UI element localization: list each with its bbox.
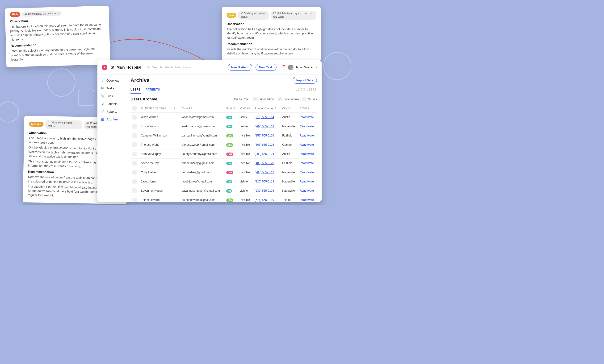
notification-bell-icon[interactable] [280, 65, 285, 70]
chevron-down-icon: ▾ [316, 66, 317, 69]
sidebar-item-label: Archive [106, 118, 118, 121]
reactivate-button[interactable]: Reactivate [300, 161, 314, 165]
sidebar-item-tasks[interactable]: ☑Tasks [100, 85, 123, 91]
select-all-checkbox[interactable]: ✓ [132, 106, 137, 110]
logo-icon [102, 65, 107, 70]
table-row: ✓Kathryn Murphykathryn.murphy@gmail.comL… [130, 149, 317, 159]
page-title: Archive [130, 77, 150, 84]
cell-city: Austin [280, 113, 298, 122]
main-content: Archive Import Data USERS PATIENTS 12,43… [126, 74, 322, 202]
phone-link[interactable]: (219) 555-0114 [255, 116, 274, 119]
row-checkbox[interactable]: ✓ [132, 115, 137, 120]
user-count: 12,430 USERS [296, 88, 317, 94]
column-email[interactable]: E-mail [182, 107, 190, 110]
new-task-button[interactable]: New Task [255, 64, 277, 71]
filter-super-admin[interactable]: ✓Super Admin [253, 97, 275, 101]
role-badge: RN [226, 162, 232, 165]
sidebar-item-files[interactable]: 📎Files [100, 93, 123, 99]
cell-city: Fairfield [280, 159, 298, 168]
role-badge: LPN [226, 134, 233, 137]
cell-email: esther.howard@gmail.com [180, 195, 224, 202]
column-city[interactable]: City [282, 107, 287, 110]
phone-link[interactable]: (239) 555-0108 [255, 189, 274, 192]
sort-icon[interactable]: ▲▼ [191, 106, 193, 110]
sidebar-item-archive[interactable]: ▥Archive [100, 116, 123, 122]
checkbox-icon: ✓ [253, 97, 257, 101]
new-patient-button[interactable]: New Patient [228, 64, 252, 71]
cell-city: Toledo [280, 195, 298, 202]
phone-link[interactable]: (207) 555-0119 [255, 125, 274, 128]
search-by-name-input[interactable] [145, 107, 171, 110]
cell-city: Naperville [280, 177, 298, 186]
row-checkbox[interactable]: ✓ [132, 170, 137, 175]
phone-link[interactable]: (505) 555-0125 [255, 143, 274, 146]
cell-email: savannah.nguyen@gmail.com [180, 186, 224, 195]
avatar [288, 65, 293, 70]
column-role[interactable]: Role [226, 107, 232, 110]
filter-label: filter by Role: [233, 97, 249, 101]
reactivate-button[interactable]: Reactivate [300, 134, 314, 137]
reactivate-button[interactable]: Reactivate [300, 143, 314, 146]
reactivate-button[interactable]: Reactivate [300, 171, 314, 174]
sidebar-item-reports[interactable]: 📄Reports [100, 109, 123, 115]
cell-city: Naperville [280, 186, 298, 195]
reactivate-button[interactable]: Reactivate [300, 152, 314, 156]
phone-link[interactable]: (225) 555-0118 [255, 180, 274, 183]
import-data-button[interactable]: Import Data [293, 77, 317, 84]
cell-email: kathryn.murphy@gmail.com [180, 149, 224, 159]
column-name[interactable]: ▲▼ [141, 107, 178, 110]
cell-visibility: invisible [238, 140, 253, 149]
cell-email: cam.williamson@gmail.com [180, 131, 224, 140]
sort-icon[interactable]: ▲▼ [233, 106, 235, 110]
row-checkbox[interactable]: ✓ [132, 179, 137, 184]
cell-name: Cody Fisher [139, 168, 180, 177]
sidebar-item-patients[interactable]: ⚲Patients [100, 101, 123, 107]
recommendation-heading: Recommendation [226, 42, 316, 46]
filter-local-admin[interactable]: ✓Local Admin [278, 97, 299, 101]
phone-link[interactable]: (252) 555-0126 [255, 134, 274, 137]
row-checkbox[interactable]: ✓ [132, 198, 137, 202]
tab-users[interactable]: USERS [130, 88, 141, 94]
sidebar-item-overview[interactable]: ⌂Overview [100, 77, 123, 84]
column-phone[interactable]: Phone Number [255, 107, 274, 110]
table-row: ✓Wade Warrenwade.warren@gmail.comRNvisib… [130, 113, 317, 122]
sidebar-item-label: Files [106, 94, 113, 98]
recommendation-text: Intentionally select a primary action on… [11, 47, 105, 62]
user-menu[interactable]: Jacob Warren ▾ [288, 65, 317, 70]
reactivate-button[interactable]: Reactivate [300, 125, 314, 128]
table-row: ✓Jacob Jonesjacob.jones@gmail.comRNvisib… [130, 177, 317, 186]
reactivate-button[interactable]: Reactivate [300, 189, 314, 192]
phone-link[interactable]: (671) 555-0110 [255, 198, 274, 202]
phone-link[interactable]: (209) 555-0104 [255, 152, 274, 156]
filter-nurses[interactable]: ✓Nurses [302, 97, 317, 101]
sort-icon[interactable]: ▲▼ [288, 106, 290, 110]
sort-icon[interactable]: ▲▼ [173, 107, 176, 110]
row-checkbox[interactable]: ✓ [132, 152, 137, 156]
cell-visibility: invisible [238, 149, 253, 159]
column-visibility[interactable]: Visibility [240, 107, 250, 110]
row-checkbox[interactable]: ✓ [132, 142, 137, 147]
search-input[interactable]: Search patients, task, forms [145, 65, 224, 69]
nav-icon: 📎 [101, 94, 104, 98]
tab-patients[interactable]: PATIENTS [146, 88, 160, 94]
role-badge: LVN [226, 153, 233, 156]
row-checkbox[interactable]: ✓ [132, 133, 137, 138]
bg-decoration [323, 52, 351, 80]
section-heading: Users Archive [130, 97, 157, 102]
users-table: ✓ ▲▼ E-mail▲▼ Role▲▼ Visibility Phone Nu… [130, 104, 317, 202]
cell-city: Naperville [280, 168, 298, 177]
row-checkbox[interactable]: ✓ [132, 161, 137, 166]
reactivate-button[interactable]: Reactivate [300, 198, 314, 202]
sort-icon[interactable]: ▲▼ [275, 106, 277, 110]
row-checkbox[interactable]: ✓ [132, 188, 137, 193]
sidebar: ⌂Overview☑Tasks📎Files⚲Patients📄Reports▥A… [98, 74, 126, 202]
role-badge: LVN [226, 171, 233, 174]
nav-icon: ☑ [101, 86, 104, 90]
notification-dot-icon [283, 65, 285, 66]
cell-email: jacob.jones@gmail.com [180, 177, 224, 186]
row-checkbox[interactable]: ✓ [132, 124, 137, 129]
phone-link[interactable]: (208) 555-0112 [255, 171, 274, 174]
reactivate-button[interactable]: Reactivate [300, 180, 314, 183]
reactivate-button[interactable]: Reactivate [300, 116, 314, 119]
phone-link[interactable]: (405) 555-0128 [255, 161, 274, 165]
